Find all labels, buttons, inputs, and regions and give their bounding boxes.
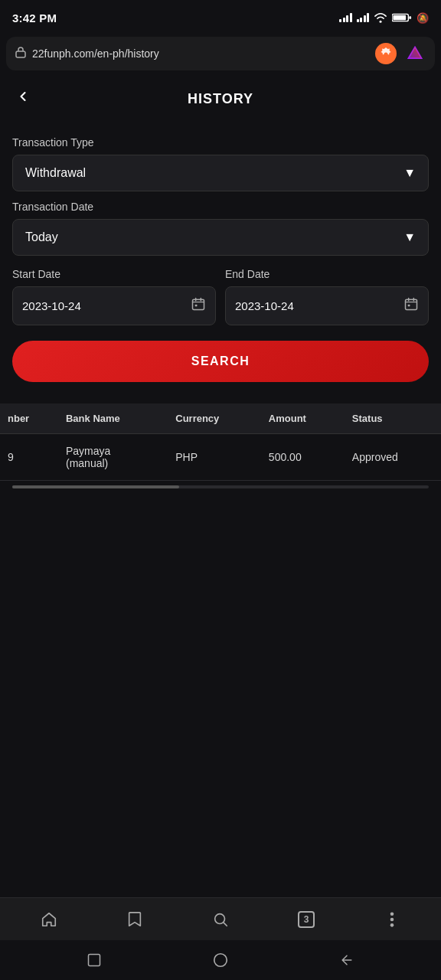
results-table-container: nber Bank Name Currency Amount Status 9 … [0,403,441,493]
svg-rect-8 [408,305,410,307]
tabs-button[interactable]: 3 [288,901,325,938]
top-nav: HISTORY [0,74,441,121]
svg-point-10 [390,912,394,916]
start-date-value: 2023-10-24 [22,299,81,312]
signal-icon-2 [357,13,370,22]
cell-amount: 500.00 [261,434,345,481]
android-recent-button[interactable] [83,949,105,971]
results-table: nber Bank Name Currency Amount Status 9 … [0,403,441,481]
tab-count: 3 [298,911,315,928]
cell-bank-name: Paymaya(manual) [58,434,168,481]
svg-rect-13 [88,955,100,966]
svg-rect-7 [406,299,417,309]
col-number: nber [0,403,58,434]
svg-point-12 [390,923,394,927]
url-text: 22funph.com/en-ph/history [32,47,369,60]
cell-number: 9 [0,434,58,481]
status-bar: 3:42 PM 🔕 [0,0,441,34]
table-header: nber Bank Name Currency Amount Status [0,403,441,434]
svg-rect-2 [409,16,411,19]
table-header-row: nber Bank Name Currency Amount Status [0,403,441,434]
calendar-icon-end [403,296,419,315]
transaction-date-label: Transaction Date [12,201,429,213]
table-body: 9 Paymaya(manual) PHP 500.00 Approved [0,434,441,481]
svg-rect-5 [193,299,204,309]
page-title: HISTORY [188,91,253,107]
transaction-date-select[interactable]: Today ▼ [12,219,429,256]
svg-point-11 [390,917,394,921]
end-date-input[interactable]: 2023-10-24 [225,286,429,325]
search-button[interactable]: SEARCH [12,341,429,382]
end-date-label: End Date [225,268,429,280]
cell-status: Approved [345,434,441,481]
battery-icon [392,12,412,23]
brave-icon [375,43,397,64]
wallet-icon [404,43,426,64]
browser-search-button[interactable] [202,901,239,938]
start-date-col: Start Date 2023-10-24 [12,259,216,325]
date-range-row: Start Date 2023-10-24 End Date [12,259,429,325]
browser-icons [375,43,426,64]
svg-point-14 [214,954,227,967]
main-content: HISTORY Transaction Type Withdrawal ▼ Tr… [0,74,441,897]
scroll-indicator [12,485,429,488]
android-nav [0,940,441,980]
wifi-icon [374,12,387,23]
mute-icon: 🔕 [416,12,429,24]
form-section: Transaction Type Withdrawal ▼ Transactio… [0,121,441,388]
table-row: 9 Paymaya(manual) PHP 500.00 Approved [0,434,441,481]
menu-button[interactable] [374,901,410,938]
end-date-value: 2023-10-24 [235,299,294,312]
col-amount: Amount [261,403,345,434]
chevron-down-icon: ▼ [403,166,416,180]
signal-icon-1 [339,13,352,22]
cell-currency: PHP [168,434,261,481]
chevron-down-icon-2: ▼ [403,230,416,244]
svg-point-4 [384,53,388,57]
bookmark-button[interactable] [116,901,153,938]
scroll-thumb [12,485,179,488]
col-status: Status [345,403,441,434]
svg-rect-1 [393,15,406,21]
svg-rect-6 [195,305,198,307]
home-button[interactable] [31,901,67,938]
col-bank-name: Bank Name [58,403,168,434]
end-date-col: End Date 2023-10-24 [225,259,429,325]
android-home-button[interactable] [210,949,231,971]
back-button[interactable] [12,86,34,112]
start-date-label: Start Date [12,268,216,280]
transaction-type-label: Transaction Type [12,136,429,149]
svg-rect-3 [16,51,25,57]
col-currency: Currency [168,403,261,434]
address-bar[interactable]: 22funph.com/en-ph/history [6,37,435,70]
start-date-input[interactable]: 2023-10-24 [12,286,216,325]
transaction-type-value: Withdrawal [25,166,86,180]
browser-nav: 3 [0,897,441,940]
lock-icon [15,46,26,61]
transaction-date-value: Today [25,230,58,244]
calendar-icon-start [191,296,206,315]
status-time: 3:42 PM [12,11,57,24]
android-back-button[interactable] [336,949,358,971]
transaction-type-select[interactable]: Withdrawal ▼ [12,155,429,191]
status-icons: 🔕 [339,12,429,24]
